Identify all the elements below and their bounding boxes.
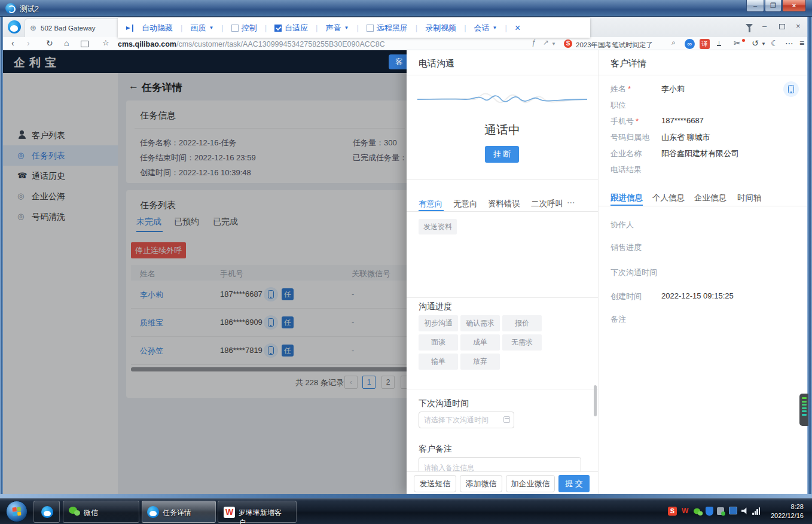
pin-icon[interactable]: [126, 25, 134, 32]
sound-dropdown[interactable]: 声音▼: [325, 23, 349, 33]
translate-icon[interactable]: 译: [700, 39, 710, 49]
qq-browser-icon: [41, 506, 53, 518]
submit-button[interactable]: 提 交: [558, 475, 590, 492]
chevron-down-icon[interactable]: ▼: [551, 41, 556, 47]
taskbar-clock[interactable]: 8:28 2022/12/16: [771, 502, 804, 520]
tab-wrong-info[interactable]: 资料错误: [488, 199, 520, 209]
intent-tab-inkbar: [419, 210, 444, 211]
customer-panel-title: 客户详情: [610, 58, 646, 69]
screen: 测试2 – ❐ × ⊕ 502 Bad Gateway ↺ – × 自动隐藏 |…: [0, 0, 812, 524]
control-checkbox[interactable]: 控制: [231, 23, 257, 33]
undo-icon[interactable]: ↺: [752, 38, 759, 48]
share-icon[interactable]: ↗: [543, 38, 549, 47]
browser-close-icon[interactable]: ×: [796, 22, 801, 31]
quality-dropdown[interactable]: 画质▼: [190, 23, 213, 33]
download-icon[interactable]: ↓: [717, 38, 721, 46]
progress-option-button[interactable]: 无需求: [502, 334, 542, 351]
tray-wps-icon[interactable]: W: [682, 507, 688, 515]
progress-option-button[interactable]: 报价: [502, 315, 542, 331]
add-wechat-button[interactable]: 添加微信: [460, 475, 502, 492]
taskbar-button-task-detail[interactable]: 任务详情: [142, 501, 216, 523]
scissors-icon[interactable]: ✂: [734, 38, 741, 48]
record-video-button[interactable]: 录制视频: [425, 23, 456, 33]
reading-mode-icon[interactable]: [81, 41, 88, 47]
next-time-input[interactable]: [419, 412, 514, 428]
tab-second-call[interactable]: 二次呼叫: [531, 199, 563, 209]
tab-not-interested[interactable]: 无意向: [453, 199, 478, 209]
progress-option-button[interactable]: 放弃: [460, 354, 500, 370]
search-icon[interactable]: ⌕: [671, 38, 676, 47]
tab-timeline[interactable]: 时间轴: [737, 193, 762, 203]
tray-monitor-icon[interactable]: [729, 507, 737, 514]
progress-option-button[interactable]: 成单: [460, 334, 500, 351]
remote-app-icon: [5, 3, 16, 14]
auto-hide-button[interactable]: 自动隐藏: [142, 23, 173, 33]
night-mode-moon-icon[interactable]: ☾: [771, 38, 779, 48]
remote-blackout-checkbox[interactable]: 远程黑屏: [367, 23, 408, 33]
more-icon[interactable]: ⋯: [785, 38, 793, 48]
call-status: 通话中: [407, 122, 598, 138]
checkbox-icon[interactable]: [367, 25, 374, 32]
browser-maximize-icon[interactable]: [779, 24, 785, 29]
dial-phone-icon[interactable]: [783, 81, 799, 97]
tab-personal-info[interactable]: 个人信息: [652, 193, 685, 203]
clock-date: 2022/12/16: [771, 511, 804, 520]
tray-network-icon[interactable]: [752, 507, 761, 515]
browser-filter-icon[interactable]: [746, 24, 753, 28]
window-close-button[interactable]: ×: [782, 0, 806, 12]
taskbar-pinned-browser[interactable]: [33, 501, 60, 523]
edge-signal-widget[interactable]: [799, 394, 808, 426]
calendar-icon: [503, 416, 510, 423]
home-icon[interactable]: ⌂: [64, 38, 69, 48]
modal-mask[interactable]: [3, 50, 407, 494]
progress-option-button[interactable]: 面谈: [419, 334, 458, 351]
tray-volume-icon[interactable]: [741, 507, 749, 514]
refresh-icon[interactable]: ↻: [46, 38, 53, 48]
toolbar-close-icon[interactable]: ×: [515, 23, 520, 33]
wps-icon: W: [224, 507, 235, 518]
chevron-down-icon[interactable]: ▼: [761, 41, 766, 47]
bookmark-star-icon[interactable]: ☆: [102, 38, 109, 47]
progress-option-button[interactable]: 输单: [419, 354, 458, 370]
remote-window-title: 测试2: [20, 4, 39, 14]
tab-follow-info[interactable]: 跟进信息: [610, 193, 643, 203]
session-dropdown[interactable]: 会话▼: [474, 23, 497, 33]
chevron-down-icon: ▼: [493, 25, 497, 31]
customer-phone-value: 187****6687: [661, 116, 704, 125]
send-sms-button[interactable]: 发送短信: [414, 475, 456, 492]
windows-flag-icon: [12, 507, 22, 516]
hangup-button[interactable]: 挂 断: [485, 146, 519, 163]
sogou-hot-icon: S: [564, 39, 572, 48]
window-maximize-button[interactable]: ❐: [765, 0, 782, 12]
browser-minimize-icon[interactable]: –: [762, 22, 767, 31]
tab-interested[interactable]: 有意向: [419, 199, 443, 209]
flash-download-icon[interactable]: ƒ: [532, 38, 536, 47]
more-tabs-icon[interactable]: ⋯: [567, 197, 575, 207]
tray-wechat-icon[interactable]: [694, 508, 703, 517]
taskbar-button-wechat[interactable]: 微信: [63, 501, 139, 523]
hot-search-text[interactable]: 2023年国考笔试时间定了: [576, 41, 653, 50]
taskbar-button-wps[interactable]: W 罗琳琳新增客户.....: [218, 501, 297, 523]
menu-icon[interactable]: ≡: [799, 38, 804, 48]
remark-label: 客户备注: [419, 444, 452, 455]
window-minimize-button[interactable]: –: [746, 0, 764, 12]
browser-logo[interactable]: [8, 20, 21, 33]
adaptive-checkbox[interactable]: 自适应: [274, 23, 308, 33]
back-icon[interactable]: ‹: [11, 38, 14, 48]
checkbox-checked-icon[interactable]: [274, 25, 282, 32]
tab-company-info[interactable]: 企业信息: [694, 193, 726, 203]
window-right-border: [807, 17, 812, 498]
progress-option-button[interactable]: 初步沟通: [419, 315, 458, 331]
panel-scrollbar[interactable]: [594, 385, 597, 416]
progress-option-button[interactable]: 确认需求: [460, 315, 500, 331]
collect-icon[interactable]: ∞: [685, 39, 695, 49]
forward-icon[interactable]: ›: [27, 38, 30, 48]
tray-sogou-icon[interactable]: S: [668, 507, 677, 516]
tray-shield-icon[interactable]: [706, 507, 713, 516]
customer-name-value: 李小莉: [661, 84, 685, 95]
url-field[interactable]: cms.qilibao.com/cms/customer/task/AAC130…: [118, 40, 385, 48]
start-button[interactable]: [6, 501, 28, 522]
add-work-wechat-button[interactable]: 加企业微信: [506, 475, 555, 492]
checkbox-icon[interactable]: [231, 25, 239, 32]
send-material-button[interactable]: 发送资料: [419, 219, 457, 234]
